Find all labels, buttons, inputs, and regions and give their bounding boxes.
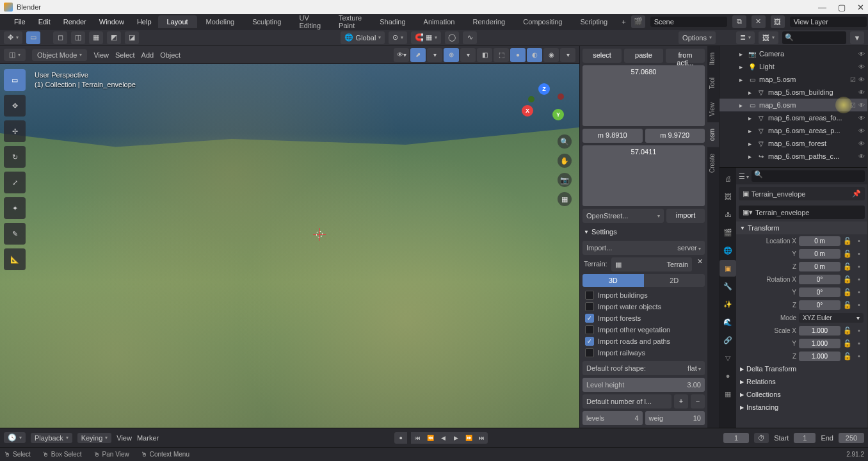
axis-neg-x-icon[interactable] xyxy=(558,93,564,100)
settings-panel-header[interactable]: ▼Settings xyxy=(583,225,705,238)
relations-header[interactable]: ▶Relations xyxy=(736,375,867,388)
perspective-toggle-icon[interactable]: ▦ xyxy=(558,192,572,206)
window-maximize-button[interactable]: ▢ xyxy=(838,3,846,12)
scale-tool[interactable]: ⤢ xyxy=(4,172,26,193)
visibility-toggle[interactable]: 👁 xyxy=(858,63,865,70)
visibility-dropdown[interactable]: 👁▾ xyxy=(394,48,409,62)
outliner-filter-dropdown[interactable]: 🖼 xyxy=(759,31,778,44)
osm-paste-button[interactable]: paste xyxy=(624,49,663,63)
expand-icon[interactable]: ▸ xyxy=(745,139,754,148)
scene-new-button[interactable]: ⧉ xyxy=(732,15,746,28)
prop-tab-scene[interactable]: 🎬 xyxy=(719,224,736,241)
outliner-filter-button[interactable]: ▼ xyxy=(850,31,864,44)
select-tool-button[interactable]: ▭ xyxy=(26,31,40,44)
latitude-north-field[interactable]: 57.0680 xyxy=(583,65,705,126)
prop-tab-render[interactable]: 🖨 xyxy=(719,170,736,187)
menu-render[interactable]: Render xyxy=(57,15,93,28)
visibility-toggle[interactable]: 👁 xyxy=(858,76,865,83)
prop-tab-world[interactable]: 🌐 xyxy=(719,242,736,259)
camera-view-icon[interactable]: 📷 xyxy=(558,173,572,187)
menu-window[interactable]: Window xyxy=(93,15,131,28)
expand-icon[interactable]: ▸ xyxy=(736,101,745,109)
lock-icon[interactable]: 🔓 xyxy=(843,237,852,245)
shading-solid[interactable]: ● xyxy=(510,48,526,62)
keyframe-prev-button[interactable]: ⏪ xyxy=(424,432,437,444)
tab-rendering[interactable]: Rendering xyxy=(463,15,514,28)
scale-y-field[interactable]: 1.000 xyxy=(799,339,840,348)
pivot-dropdown[interactable]: ⊙ xyxy=(389,31,407,44)
prop-tab-constraints[interactable]: 🔗 xyxy=(719,332,736,348)
expand-icon[interactable]: ▸ xyxy=(736,62,745,71)
options-dropdown[interactable]: Options xyxy=(679,31,716,44)
play-reverse-button[interactable]: ◀ xyxy=(437,432,449,444)
vp-menu-select[interactable]: Select xyxy=(115,51,135,59)
longitude-east-field[interactable]: m 9.9720 xyxy=(645,129,705,143)
jump-end-button[interactable]: ⏭ xyxy=(475,432,488,444)
lock-icon[interactable]: 🔓 xyxy=(843,301,852,309)
visibility-toggle[interactable]: 👁 xyxy=(858,102,865,109)
rotation-mode-dropdown[interactable]: XYZ Euler▾ xyxy=(799,313,864,323)
npanel-tab-item[interactable]: Item xyxy=(707,46,719,71)
timeline-marker-menu[interactable]: Marker xyxy=(137,434,159,442)
npanel-tab-tool[interactable]: Tool xyxy=(707,71,719,95)
terrain-clear-button[interactable]: ✕ xyxy=(695,257,705,271)
props-editor-type[interactable]: ☰ xyxy=(739,172,749,181)
vp-menu-add[interactable]: Add xyxy=(141,51,154,59)
autokey-toggle[interactable]: ● xyxy=(394,432,407,444)
import-option-row[interactable]: ✓Import roads and paths xyxy=(583,336,705,347)
overlay-toggle[interactable]: ⊕ xyxy=(444,48,459,62)
prop-tab-mesh[interactable]: ▽ xyxy=(719,350,736,366)
roof-shape-dropdown[interactable]: Default roof shape:flat xyxy=(583,361,705,375)
select-mode-2[interactable]: ◫ xyxy=(71,31,85,44)
overlay-dropdown[interactable]: ▾ xyxy=(460,48,476,62)
tab-uv-editing[interactable]: UV Editing xyxy=(290,12,330,32)
timeline-playback-menu[interactable]: Playback xyxy=(31,433,72,443)
pan-icon[interactable]: ✋ xyxy=(558,154,572,168)
lock-icon[interactable]: 🔓 xyxy=(843,352,852,360)
axis-x-icon[interactable]: X xyxy=(522,105,533,117)
visibility-toggle[interactable]: 👁 xyxy=(858,115,865,122)
lock-icon[interactable]: 🔓 xyxy=(843,275,852,284)
snap-dropdown[interactable]: 🧲 ▦ xyxy=(411,31,441,44)
xray-toggle[interactable]: ◧ xyxy=(477,48,492,62)
tab-scripting[interactable]: Scripting xyxy=(571,15,616,28)
transform-section-header[interactable]: ▼Transform xyxy=(736,222,867,234)
checkbox-icon[interactable]: ☑ xyxy=(850,76,856,83)
start-frame-field[interactable]: 1 xyxy=(794,433,816,443)
loc-z-field[interactable]: 0 m xyxy=(799,262,840,271)
expand-icon[interactable]: ▸ xyxy=(736,49,745,58)
keyframe-next-button[interactable]: ⏩ xyxy=(462,432,475,444)
checkbox-icon[interactable]: ✓ xyxy=(585,337,594,346)
npanel-tab-osm[interactable]: osm xyxy=(707,122,719,147)
expand-icon[interactable]: ▸ xyxy=(745,126,754,135)
levels-field[interactable]: levels4 xyxy=(583,411,643,425)
window-minimize-button[interactable]: — xyxy=(818,3,826,12)
import-button[interactable]: import xyxy=(666,209,705,223)
checkbox-icon[interactable]: ✓ xyxy=(585,314,594,323)
gizmo-dropdown[interactable]: ▾ xyxy=(427,48,442,62)
lock-icon[interactable]: 🔓 xyxy=(843,250,852,258)
prop-tab-physics[interactable]: 🌊 xyxy=(719,314,736,330)
import-option-row[interactable]: ✓Import forests xyxy=(583,312,705,324)
outliner-item[interactable]: ▸▽map_6.osm_areas_p...👁 xyxy=(719,124,867,137)
tab-layout[interactable]: Layout xyxy=(158,15,197,28)
levels-remove-button[interactable]: − xyxy=(691,394,705,408)
prop-tab-material[interactable]: ● xyxy=(719,368,736,384)
prop-tab-object[interactable]: ▣ xyxy=(719,260,736,277)
timeline-view-menu[interactable]: View xyxy=(117,434,132,442)
select-mode-3[interactable]: ▦ xyxy=(89,31,103,44)
tab-modeling[interactable]: Modeling xyxy=(197,15,244,28)
tab-sculpting[interactable]: Sculpting xyxy=(243,15,290,28)
rot-y-field[interactable]: 0° xyxy=(799,287,840,297)
mode-2d-toggle[interactable]: 2D xyxy=(644,274,705,287)
editor-type-dropdown[interactable]: ◫ xyxy=(4,49,26,61)
source-dropdown[interactable]: OpenStreet... xyxy=(583,209,664,223)
axis-y-icon[interactable]: Y xyxy=(552,109,564,120)
checkbox-icon[interactable] xyxy=(585,325,594,334)
rot-z-field[interactable]: 0° xyxy=(799,300,840,310)
orientation-dropdown[interactable]: 🌐 Global xyxy=(341,31,385,44)
outliner-item[interactable]: ▸▽map_6.osm_forest👁 xyxy=(719,137,867,150)
tab-compositing[interactable]: Compositing xyxy=(514,15,571,28)
outliner-item[interactable]: ▸💡Light👁 xyxy=(719,60,867,73)
vp-menu-object[interactable]: Object xyxy=(160,51,181,59)
